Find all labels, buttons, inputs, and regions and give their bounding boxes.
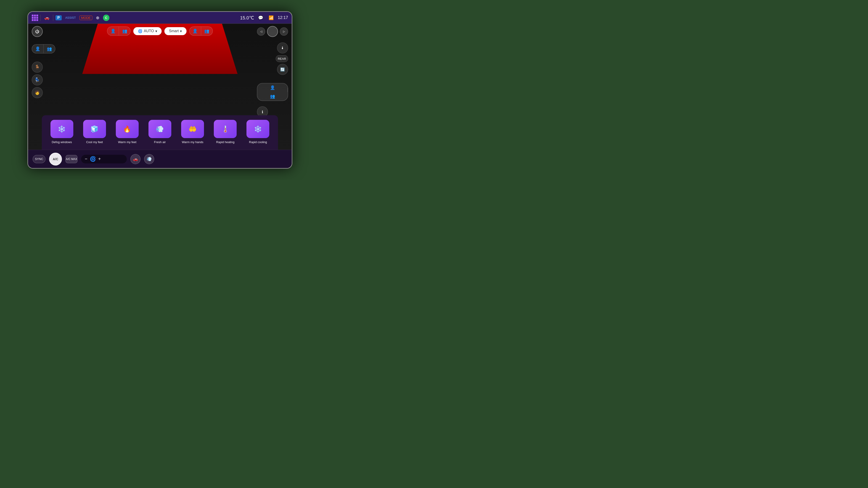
warm-hands-label: Warm my hands	[182, 140, 203, 144]
fan-speed-control: − 🌀 +	[81, 155, 127, 163]
air-direction-button[interactable]: 💨	[144, 154, 154, 164]
top-bar-left: 🚗 P ASSIST MODE ⊕ C	[32, 14, 237, 21]
c-button[interactable]: C	[103, 14, 110, 21]
grid-icon[interactable]	[32, 14, 38, 21]
quick-item-rapid-heating[interactable]: 🌡️ Rapid heating	[211, 120, 240, 144]
defog-icon: ❄️	[58, 125, 66, 133]
person-seat-button[interactable]: 🧑	[32, 87, 43, 98]
fan-icon: 🌀	[90, 156, 96, 162]
smart-chevron: ▾	[180, 29, 182, 33]
steering-heat-button[interactable]: 🔄	[277, 64, 288, 75]
warm-feet-icon: 🔥	[123, 125, 131, 133]
auto-label: AUTO	[144, 29, 154, 33]
defrost-button[interactable]: 🌡	[277, 42, 288, 54]
right-user-group: 👤 👥	[257, 83, 288, 101]
left-passenger-tab[interactable]: 👥	[119, 27, 130, 35]
left-user-group: 👤 👥	[107, 27, 131, 36]
auto-mode-button[interactable]: 🌀 AUTO ▾	[133, 27, 162, 35]
cool-feet-icon-box: 🧊	[83, 120, 106, 138]
fresh-air-label: Fresh air	[154, 140, 165, 144]
rapid-heating-icon: 🌡️	[221, 125, 229, 133]
quick-item-warm-hands[interactable]: 🤲 Warm my hands	[178, 120, 207, 144]
rapid-cooling-icon: ❄️	[254, 125, 262, 133]
bottom-controls-bar: SYNC A/C A/C MAX − 🌀 + 🚗 💨	[28, 150, 292, 168]
defog-label: Defog windows	[52, 140, 72, 144]
top-bar-right: 💬 📶 12:17	[257, 15, 288, 21]
top-status-bar: 🚗 P ASSIST MODE ⊕ C 15.0℃ 💬 📶 12:17	[28, 12, 292, 24]
rear-button[interactable]: REAR	[276, 55, 288, 62]
clock-display: 12:17	[278, 15, 288, 20]
warm-feet-label: Warm my feet	[118, 140, 136, 144]
divider	[53, 14, 53, 21]
wifi-button[interactable]: 📶	[267, 15, 275, 21]
driver-user-group: 👤 👥	[32, 44, 55, 54]
cool-feet-label: Cool my feet	[86, 140, 103, 144]
passenger-profile-button[interactable]: 👥	[43, 44, 55, 53]
mode-button[interactable]: MODE	[80, 15, 92, 20]
smart-label: Smart	[169, 29, 179, 33]
temperature-display: 15.0℃	[240, 15, 254, 21]
warm-feet-icon-box: 🔥	[116, 120, 138, 138]
quick-item-rapid-cooling[interactable]: ❄️ Rapid cooling	[244, 120, 273, 144]
right-arrow[interactable]: ▷	[280, 27, 288, 36]
status-bar: 22.0 CLIMA AUTO A/C 💨 🌀 🚗 A/C MAX 💨 22.0	[28, 168, 292, 169]
ac-max-label: A/C MAX	[66, 158, 77, 161]
fan-spin-icon: 🌀	[138, 29, 143, 33]
rapid-cooling-icon-box: ❄️	[246, 120, 269, 138]
rapid-heating-label: Rapid heating	[216, 140, 235, 144]
quick-item-defog[interactable]: ❄️ Defog windows	[47, 120, 76, 144]
right-passenger-top[interactable]: 👥	[201, 27, 212, 35]
quick-menu-panel: ❄️ Defog windows 🧊 Cool my feet 🔥 Warm m…	[42, 115, 278, 150]
ac-button[interactable]: A/C	[49, 153, 62, 165]
fresh-air-icon: 💨	[156, 125, 164, 133]
right-circle-control[interactable]: ◁	[257, 27, 265, 36]
warm-hands-icon: 🤲	[189, 125, 197, 133]
right-knob[interactable]	[267, 26, 278, 37]
right-sidebar: ◁ ▷ 🌡 REAR 🔄 👤 👥 ℹ	[257, 26, 288, 117]
ac-max-button[interactable]: A/C MAX	[66, 155, 78, 163]
divider	[40, 14, 41, 21]
rapid-heating-icon-box: 🌡️	[214, 120, 237, 138]
car-icon-button[interactable]: 🚗	[43, 15, 51, 21]
driver-profile-button[interactable]: 👤	[32, 44, 43, 53]
car-infotainment-screen: 🚗 P ASSIST MODE ⊕ C 15.0℃ 💬 📶 12:17 ⏻	[27, 11, 292, 169]
assist-button[interactable]: ASSIST	[64, 15, 77, 20]
seat-heat-button[interactable]: 🪑	[32, 62, 43, 73]
fresh-air-icon-box: 💨	[149, 120, 171, 138]
air-circulation-button[interactable]: 🚗	[130, 154, 141, 164]
quick-item-warm-feet[interactable]: 🔥 Warm my feet	[113, 120, 142, 144]
fan-plus-button[interactable]: +	[98, 156, 101, 162]
right-driver-top[interactable]: 👤	[189, 27, 201, 35]
defog-icon-box: ❄️	[51, 120, 73, 138]
left-sidebar: ⏻ 👤 👥 🪑 💺 🧑	[32, 26, 55, 98]
warm-hands-icon-box: 🤲	[181, 120, 204, 138]
right-driver-button[interactable]: 👤	[257, 83, 288, 92]
left-driver-tab[interactable]: 👤	[107, 27, 119, 35]
main-content-area: ⏻ 👤 👥 🪑 💺 🧑 ◁ ▷ 🌡 REAR 🔄	[28, 24, 292, 150]
right-passenger-button[interactable]: 👥	[257, 92, 288, 101]
sync-button[interactable]: SYNC	[33, 155, 45, 163]
right-user-group-top: 👤 👥	[189, 27, 213, 36]
power-button[interactable]: ⏻	[32, 26, 43, 37]
auto-chevron: ▾	[155, 29, 157, 33]
quick-item-cool-feet[interactable]: 🧊 Cool my feet	[80, 120, 109, 144]
message-button[interactable]: 💬	[257, 15, 265, 21]
cool-feet-icon: 🧊	[90, 125, 98, 133]
smart-mode-button[interactable]: Smart ▾	[164, 27, 187, 35]
rapid-cooling-label: Rapid cooling	[249, 140, 267, 144]
fan-minus-button[interactable]: −	[85, 156, 88, 162]
parking-button[interactable]: P	[56, 15, 62, 20]
seat-adjust-button[interactable]: 💺	[32, 74, 43, 85]
plus-button[interactable]: ⊕	[95, 15, 101, 21]
top-climate-controls: 👤 👥 🌀 AUTO ▾ Smart ▾ 👤 👥	[107, 27, 213, 36]
quick-item-fresh-air[interactable]: 💨 Fresh air	[145, 120, 174, 144]
